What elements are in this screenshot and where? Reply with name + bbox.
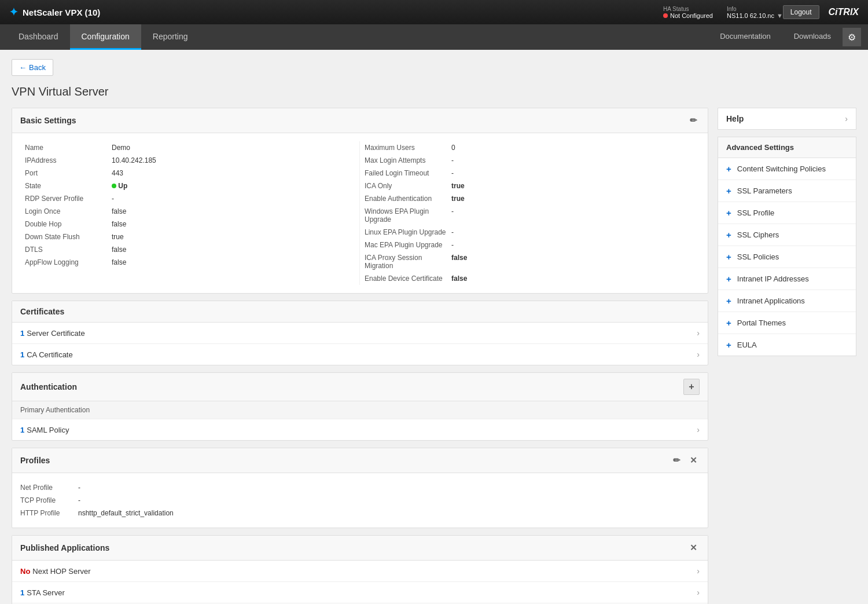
ha-status-value: Not Configured (663, 12, 713, 19)
authentication-header: Authentication + (12, 373, 708, 401)
ha-status-block: HA Status Not Configured Info NS11.0 62.… (663, 6, 783, 19)
profiles-close-icon[interactable]: ✕ (687, 454, 700, 467)
app-logo: ✦ NetScaler VPX (10) (9, 6, 663, 19)
setting-row: State Up (25, 180, 355, 192)
ha-status-dot (663, 13, 668, 18)
advanced-settings-list: +Content Switching Policies+SSL Paramete… (718, 158, 856, 356)
auth-add-button[interactable]: + (683, 379, 700, 395)
setting-row: ICA Proxy Session Migrationfalse (365, 251, 695, 272)
nav-right: Documentation Downloads ⚙ (708, 24, 861, 50)
info-label: Info (727, 6, 737, 12)
page-title: VPN Virtual Server (12, 85, 856, 98)
setting-row: Login Oncefalse (25, 205, 355, 218)
auth-header-actions: + (683, 379, 700, 395)
basic-settings-edit-icon[interactable]: ✏ (687, 114, 700, 127)
basic-settings-body: NameDemoIPAddress10.40.242.185Port443Sta… (12, 133, 708, 293)
published-applications-card: Published Applications ✕ NoNext HOP Serv… (12, 535, 708, 604)
certificates-header: Certificates (12, 301, 708, 323)
authentication-card: Authentication + Primary Authentication … (12, 372, 708, 441)
settings-panel-item[interactable]: +SSL Profile (718, 202, 856, 224)
chevron-right-icon: › (697, 566, 700, 576)
logo-icon: ✦ (9, 6, 18, 19)
profiles-header: Profiles ✏ ✕ (12, 448, 708, 473)
profile-row: TCP Profile- (20, 494, 700, 507)
basic-settings-actions: ✏ (687, 114, 700, 127)
published-applications-list: NoNext HOP Server›1STA Server›NoUrl› (12, 561, 708, 604)
setting-row: Windows EPA Plugin Upgrade- (365, 205, 695, 226)
state-up-dot (112, 184, 116, 188)
published-applications-close-icon[interactable]: ✕ (687, 541, 700, 554)
authentication-list: 1SAML Policy› (12, 419, 708, 440)
list-item[interactable]: 1CA Certificate› (12, 344, 708, 365)
main-panel: Basic Settings ✏ NameDemoIPAddress10.40.… (12, 108, 708, 604)
plus-icon: + (726, 274, 731, 284)
plus-icon: + (726, 208, 731, 218)
setting-row: Down State Flushtrue (25, 230, 355, 243)
settings-grid: NameDemoIPAddress10.40.242.185Port443Sta… (20, 141, 700, 285)
profile-row: HTTP Profilenshttp_default_strict_valida… (20, 507, 700, 519)
published-applications-actions: ✕ (687, 541, 700, 554)
nav-configuration[interactable]: Configuration (70, 24, 141, 50)
profiles-edit-icon[interactable]: ✏ (671, 454, 683, 467)
plus-icon: + (726, 318, 731, 328)
settings-gear-icon[interactable]: ⚙ (843, 28, 861, 46)
setting-row: NameDemo (25, 141, 355, 154)
published-applications-header: Published Applications ✕ (12, 536, 708, 561)
nav-bar: Dashboard Configuration Reporting Docume… (0, 24, 868, 50)
setting-row: ICA Onlytrue (365, 180, 695, 192)
chevron-right-icon: › (697, 588, 700, 597)
plus-icon: + (726, 296, 731, 306)
settings-panel-item[interactable]: +EULA (718, 334, 856, 356)
help-chevron-icon: › (845, 114, 848, 123)
chevron-right-icon: › (697, 328, 700, 338)
app-title: NetScaler VPX (10) (23, 8, 100, 17)
nav-downloads[interactable]: Downloads (782, 32, 843, 42)
list-item[interactable]: 1STA Server› (12, 582, 708, 603)
settings-panel-item[interactable]: +SSL Parameters (718, 180, 856, 202)
right-panel: Help › Advanced Settings +Content Switch… (718, 108, 856, 604)
top-bar-actions: Logout CiTRIX (783, 5, 859, 19)
settings-panel-item[interactable]: +Intranet Applications (718, 290, 856, 312)
settings-col-left: NameDemoIPAddress10.40.242.185Port443Sta… (20, 141, 360, 285)
back-arrow-icon: ← (19, 63, 27, 72)
settings-panel-item[interactable]: +Intranet IP Addresses (718, 268, 856, 290)
list-item[interactable]: 1Server Certificate› (12, 323, 708, 344)
list-item[interactable]: NoNext HOP Server› (12, 561, 708, 582)
settings-panel-item[interactable]: +SSL Policies (718, 246, 856, 268)
help-row[interactable]: Help › (718, 108, 856, 129)
chevron-right-icon: › (697, 425, 700, 434)
basic-settings-card: Basic Settings ✏ NameDemoIPAddress10.40.… (12, 108, 708, 294)
setting-row: Mac EPA Plugin Upgrade- (365, 239, 695, 251)
settings-panel-item[interactable]: +Portal Themes (718, 312, 856, 334)
certificates-card: Certificates 1Server Certificate›1CA Cer… (12, 301, 708, 365)
nav-dashboard[interactable]: Dashboard (7, 24, 70, 50)
info-dropdown-icon[interactable]: ▼ (777, 12, 783, 19)
profiles-actions: ✏ ✕ (671, 454, 700, 467)
back-link[interactable]: ← Back (12, 59, 53, 76)
settings-panel-item[interactable]: +SSL Ciphers (718, 224, 856, 246)
nav-documentation[interactable]: Documentation (708, 32, 782, 42)
plus-icon: + (726, 230, 731, 240)
profile-row: Net Profile- (20, 481, 700, 494)
setting-row: Port443 (25, 167, 355, 180)
list-item[interactable]: 1SAML Policy› (12, 419, 708, 440)
citrix-logo: CiTRIX (829, 7, 859, 17)
settings-col-right: Maximum Users0Max Login Attempts-Failed … (360, 141, 700, 285)
setting-row: Enable Device Certificatefalse (365, 272, 695, 285)
info-value: NS11.0 62.10.nc ▼ (727, 12, 783, 19)
settings-panel-item[interactable]: +Content Switching Policies (718, 158, 856, 180)
advanced-settings-card: Advanced Settings +Content Switching Pol… (718, 137, 856, 356)
plus-icon: + (726, 252, 731, 262)
setting-row: Double Hopfalse (25, 218, 355, 230)
profiles-body: Net Profile-TCP Profile-HTTP Profilensht… (12, 473, 708, 528)
info-status: Info NS11.0 62.10.nc ▼ (727, 6, 783, 19)
setting-row: AppFlow Loggingfalse (25, 256, 355, 269)
logout-button[interactable]: Logout (783, 5, 819, 19)
setting-row: DTLSfalse (25, 243, 355, 256)
plus-icon: + (726, 186, 731, 196)
certificates-list: 1Server Certificate›1CA Certificate› (12, 323, 708, 365)
help-card: Help › (718, 108, 856, 130)
ha-status: HA Status Not Configured (663, 6, 713, 19)
setting-row: Max Login Attempts- (365, 154, 695, 167)
nav-reporting[interactable]: Reporting (141, 24, 200, 50)
